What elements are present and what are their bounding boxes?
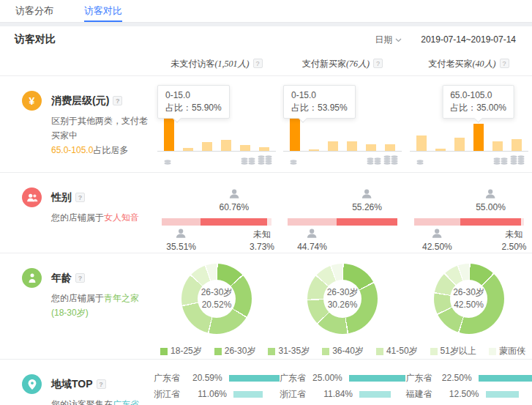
help-icon[interactable]: ? xyxy=(75,273,85,283)
location-pin-icon xyxy=(22,374,42,394)
male-share: 35.51% xyxy=(166,228,196,253)
tab-visitor-distribution[interactable]: 访客分布 xyxy=(15,0,53,22)
consume-bar[interactable] xyxy=(366,144,376,151)
legend-item: 31-35岁 xyxy=(268,345,310,357)
date-type-dropdown[interactable]: 日期 xyxy=(375,34,402,46)
male-icon xyxy=(176,230,187,240)
top-tabbar: 访客分布 访客对比 xyxy=(0,0,532,23)
chart-tooltip: 65.0-105.0占比：35.00% xyxy=(442,85,514,119)
consume-bar[interactable] xyxy=(347,141,357,151)
gender-chart-old-buyers[interactable]: 55.00%42.50%未知2.50% xyxy=(405,173,532,256)
age-legend: 18-25岁26-30岁31-35岁36-40岁41-50岁51岁以上蒙面侠 xyxy=(154,343,532,359)
chart-tooltip: 0-15.0占比：53.95% xyxy=(283,85,356,119)
region-name: 广东省 xyxy=(280,372,311,384)
gender-bar[interactable] xyxy=(414,218,524,226)
legend-item: 蒙面侠 xyxy=(489,345,525,357)
date-range-picker[interactable]: 2019-07-14~2019-07-14 xyxy=(421,34,517,45)
region-bar[interactable] xyxy=(233,391,263,398)
x-axis xyxy=(157,151,276,152)
section-title: 性别 xyxy=(51,191,72,203)
consume-bar[interactable] xyxy=(385,144,395,151)
region-name: 广东省 xyxy=(154,372,188,384)
region-pct: 22.50% xyxy=(439,373,472,383)
low-spend-icon xyxy=(164,154,171,166)
high-spend-icon xyxy=(367,154,398,166)
region-list-old-buyers[interactable]: 广东省22.50%福建省12.50% xyxy=(405,360,532,405)
region-row xyxy=(154,402,280,405)
age-donut-unpaid[interactable]: 26-30岁20.52% xyxy=(154,253,280,337)
region-row: 广东省22.50% xyxy=(406,370,532,386)
low-spend-icon xyxy=(290,154,297,166)
help-icon[interactable]: ? xyxy=(373,59,383,68)
region-row: 广东省20.59% xyxy=(154,370,280,386)
region-pct: 11.84% xyxy=(316,389,353,399)
region-list-new-buyers[interactable]: 广东省25.00%浙江省11.84% xyxy=(280,360,405,405)
help-icon[interactable]: ? xyxy=(113,96,122,105)
help-icon[interactable]: ? xyxy=(97,379,106,389)
region-name: 福建省 xyxy=(406,388,443,401)
male-icon xyxy=(432,230,443,240)
gender-chart-unpaid[interactable]: 60.76%35.51%未知3.73% xyxy=(154,173,280,256)
section-age: 年龄? 您的店铺属于青年之家(18-30岁) 26-30岁20.52% 26-3… xyxy=(0,253,532,360)
legend-item: 36-40岁 xyxy=(322,345,364,357)
chevron-down-icon xyxy=(395,34,402,45)
consume-bar[interactable] xyxy=(454,138,465,151)
consume-bar[interactable] xyxy=(328,141,338,151)
female-icon xyxy=(485,190,496,201)
consume-bar[interactable] xyxy=(512,139,522,151)
help-icon[interactable]: ? xyxy=(253,59,263,68)
female-icon xyxy=(228,190,239,201)
section-desc: 您的店铺属于女人知音 xyxy=(51,210,139,225)
donut-center-label: 26-30岁30.26% xyxy=(323,280,361,318)
help-icon[interactable]: ? xyxy=(500,59,509,68)
region-name: 广东省 xyxy=(406,372,439,384)
female-share: 55.26% xyxy=(352,189,382,213)
female-icon xyxy=(361,190,372,201)
region-list-unpaid[interactable]: 广东省20.59%浙江省11.06% xyxy=(154,360,280,405)
tab-visitor-compare[interactable]: 访客对比 xyxy=(84,0,122,22)
region-bar[interactable] xyxy=(486,391,519,398)
region-pct: 11.06% xyxy=(190,389,227,399)
consume-bar[interactable] xyxy=(221,140,231,151)
x-axis xyxy=(283,151,402,152)
people-icon xyxy=(22,187,42,207)
male-icon xyxy=(307,230,318,240)
x-axis xyxy=(410,151,528,152)
region-row: 浙江省11.84% xyxy=(280,386,405,402)
male-share: 44.74% xyxy=(297,228,327,253)
date-type-label: 日期 xyxy=(375,34,392,46)
column-header-new-buyers: 支付新买家(76人)? xyxy=(280,58,405,70)
consume-chart-new-buyers[interactable]: 0-15.0占比：53.95% xyxy=(280,76,405,172)
help-icon[interactable]: ? xyxy=(75,193,85,202)
consume-bar[interactable] xyxy=(473,124,484,151)
consume-bar[interactable] xyxy=(240,145,250,151)
region-bar[interactable] xyxy=(359,391,391,398)
consume-bar[interactable] xyxy=(492,141,503,151)
consume-chart-unpaid[interactable]: 0-15.0占比：55.90% xyxy=(154,76,280,172)
region-pct: 12.50% xyxy=(443,389,479,399)
age-donut-new-buyers[interactable]: 26-30岁30.26% xyxy=(280,253,405,337)
consume-chart-old-buyers[interactable]: 65.0-105.0占比：35.00% xyxy=(405,76,532,172)
region-row: 福建省12.50% xyxy=(406,386,532,402)
section-desc: 区别于其他两类，支付老买家中 65.0-105.0占比居多 xyxy=(51,114,154,157)
region-bar[interactable] xyxy=(349,375,405,382)
legend-item: 26-30岁 xyxy=(214,345,256,357)
region-bar[interactable] xyxy=(479,375,532,382)
gender-bar[interactable] xyxy=(288,218,397,226)
region-row xyxy=(280,402,405,405)
section-consume-level: ¥ 消费层级(元)? 区别于其他两类，支付老买家中 65.0-105.0占比居多… xyxy=(0,76,532,173)
high-spend-icon xyxy=(241,154,272,166)
section-gender: 性别? 您的店铺属于女人知音 60.76%35.51%未知3.73% 55.26… xyxy=(0,173,532,253)
card-header: 访客对比 日期 2019-07-14~2019-07-14 xyxy=(0,26,532,53)
age-donut-old-buyers[interactable]: 26-30岁42.50% xyxy=(405,253,532,337)
gender-bar[interactable] xyxy=(162,218,271,226)
consume-bar[interactable] xyxy=(416,135,427,151)
region-pct: 25.00% xyxy=(311,373,342,383)
consume-bar[interactable] xyxy=(202,142,212,151)
male-share: 42.50% xyxy=(422,228,452,253)
low-spend-icon xyxy=(416,154,424,166)
gender-chart-new-buyers[interactable]: 55.26%44.74% xyxy=(280,173,405,256)
region-row: 广东省25.00% xyxy=(280,370,405,386)
region-bar[interactable] xyxy=(229,375,280,382)
page-title: 访客对比 xyxy=(15,33,56,46)
